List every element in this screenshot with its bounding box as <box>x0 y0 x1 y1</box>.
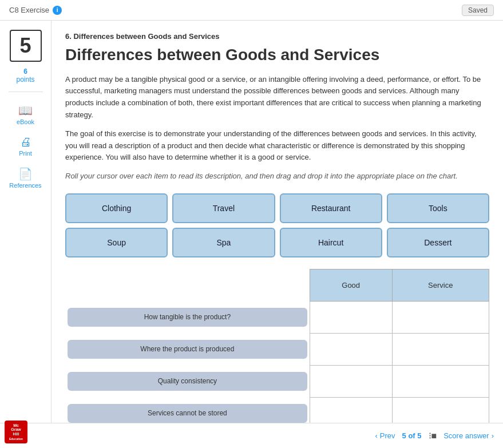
drag-item-tools[interactable]: Tools <box>387 193 489 223</box>
sidebar-item-ebook[interactable]: 📖 eBook <box>13 100 38 129</box>
page-indicator: 5 of 5 <box>402 431 422 440</box>
table-row: How tangible is the product? <box>65 301 489 333</box>
score-box: 5 <box>10 30 42 62</box>
description-2: The goal of this exercise is to demonstr… <box>65 128 489 164</box>
top-bar-left: C8 Exercise i <box>9 6 62 15</box>
sidebar-item-references[interactable]: 📄 References <box>6 164 45 192</box>
drop-cell-tangible-service[interactable] <box>392 301 489 333</box>
drag-item-dessert[interactable]: Dessert <box>387 228 489 257</box>
score-answer-button[interactable]: Score answer › <box>443 431 494 440</box>
print-label: Print <box>19 150 32 157</box>
table-row: Services cannot be stored <box>65 397 489 423</box>
drag-item-clothing[interactable]: Clothing <box>65 193 168 223</box>
ebook-icon: 📖 <box>18 104 33 117</box>
instruction-text: Roll your cursor over each item to read … <box>65 171 489 182</box>
table-row: Where the product is produced <box>65 333 489 365</box>
drag-item-travel[interactable]: Travel <box>172 193 275 223</box>
drop-cell-stored-service[interactable] <box>392 397 489 423</box>
top-bar: C8 Exercise i Saved <box>0 0 503 21</box>
current-page: 5 <box>402 431 406 440</box>
drag-grid: Clothing Travel Restaurant Tools Soup Sp… <box>65 193 489 257</box>
row-label-produced: Where the product is produced <box>65 333 310 365</box>
ebook-label: eBook <box>17 118 34 125</box>
drop-cell-stored-good[interactable] <box>310 397 392 423</box>
row-label-quality: Quality consistency <box>65 365 310 397</box>
sidebar: 5 6 points 📖 eBook 🖨 Print 📄 References <box>0 21 52 423</box>
good-header: Good <box>310 269 392 301</box>
table-row: Quality consistency <box>65 365 489 397</box>
drag-item-soup[interactable]: Soup <box>65 228 168 257</box>
drop-cell-quality-good[interactable] <box>310 365 392 397</box>
main-layout: 5 6 points 📖 eBook 🖨 Print 📄 References … <box>0 21 503 423</box>
drop-cell-produced-good[interactable] <box>310 333 392 365</box>
prev-chevron-icon: ‹ <box>375 431 377 440</box>
prev-label: Prev <box>380 431 395 440</box>
row-label-tangible: How tangible is the product? <box>65 301 310 333</box>
print-icon: 🖨 <box>20 136 31 149</box>
mgh-logo: McGrawHillEducation <box>5 421 27 443</box>
drop-cell-produced-service[interactable] <box>392 333 489 365</box>
drop-cell-quality-service[interactable] <box>392 365 489 397</box>
drop-cell-tangible-good[interactable] <box>310 301 392 333</box>
empty-header <box>65 269 310 301</box>
references-label: References <box>9 182 41 189</box>
points-label: points <box>16 76 34 84</box>
drop-table-container: Good Service How tangible is the product… <box>65 269 489 423</box>
next-chevron-icon: › <box>492 431 494 440</box>
sidebar-item-print[interactable]: 🖨 Print <box>15 132 35 160</box>
row-label-stored: Services cannot be stored <box>65 397 310 423</box>
section-label: 6. Differences between Goods and Service… <box>65 32 489 41</box>
drag-item-restaurant[interactable]: Restaurant <box>280 193 382 223</box>
saved-badge: Saved <box>462 5 494 16</box>
prev-button[interactable]: ‹ Prev <box>375 431 395 440</box>
references-icon: 📄 <box>18 167 33 181</box>
description-1: A product may be a tangible physical goo… <box>65 74 489 121</box>
info-icon[interactable]: i <box>53 6 62 15</box>
drag-item-haircut[interactable]: Haircut <box>280 228 382 257</box>
sidebar-divider <box>9 92 43 92</box>
drop-table: Good Service How tangible is the product… <box>65 269 489 423</box>
content-area: 6. Differences between Goods and Service… <box>52 21 503 423</box>
grid-icon[interactable]: ⁝■ <box>429 430 437 441</box>
page-title: Differences between Goods and Services <box>65 45 489 65</box>
score-answer-label: Score answer <box>443 431 489 440</box>
mgh-logo-container: McGrawHillEducation <box>5 421 27 443</box>
drag-item-spa[interactable]: Spa <box>172 228 275 257</box>
bottom-nav: ‹ Prev 5 of 5 ⁝■ Score answer › <box>375 430 494 441</box>
points-count: 6 <box>16 68 34 76</box>
bottom-bar: McGrawHillEducation ‹ Prev 5 of 5 ⁝■ Sco… <box>0 423 503 448</box>
total-pages: 5 <box>417 431 421 440</box>
service-header: Service <box>392 269 489 301</box>
of-label: of <box>408 431 417 440</box>
app-title: C8 Exercise <box>9 6 49 14</box>
